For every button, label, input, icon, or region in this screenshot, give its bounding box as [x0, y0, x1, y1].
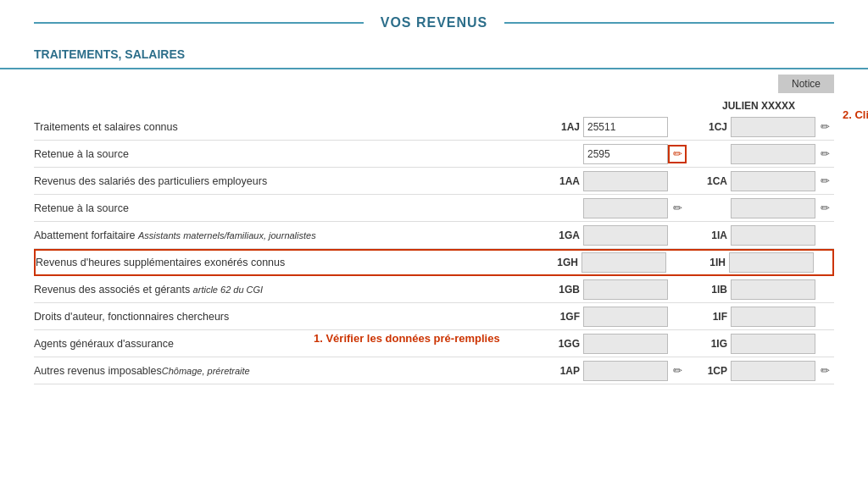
- edit-pencil2-icon: [814, 253, 832, 272]
- row-code1: 1GA: [553, 229, 583, 241]
- row-code1: 1AA: [553, 175, 583, 187]
- row-code2: 1IF: [700, 311, 731, 323]
- row-code2: 1IH: [698, 257, 729, 268]
- edit-pencil2-icon[interactable]: ✏: [815, 145, 834, 163]
- row-code1: 1GG: [553, 338, 583, 350]
- row-input1[interactable]: [583, 279, 668, 300]
- table-row: Revenus d'heures supplémentaires exonéré…: [34, 249, 834, 276]
- table-area: JULIEN XXXXX 2. Cliquer sur le crayon Tr…: [0, 97, 868, 384]
- row-label: Retenue à la source: [34, 199, 553, 218]
- notice-row: Notice: [0, 69, 868, 97]
- row-label: Revenus des associés et gérants article …: [34, 280, 553, 299]
- row-input1[interactable]: [583, 334, 668, 354]
- edit-pencil1-icon: [668, 172, 687, 191]
- row-label: Autres revenus imposablesChômage, préret…: [34, 362, 553, 380]
- row-label: Traitements et salaires connus: [34, 118, 553, 136]
- row-input2[interactable]: [731, 171, 815, 191]
- row-input1[interactable]: [583, 361, 668, 381]
- row-input1[interactable]: [583, 198, 668, 218]
- row-input1[interactable]: [583, 117, 668, 137]
- annotation-1-label: 1. Vérifier les données pré-remplies: [314, 332, 500, 345]
- row-input2[interactable]: [731, 198, 815, 218]
- table-row: Revenus des associés et gérants article …: [34, 276, 834, 303]
- header-line-left: [34, 22, 364, 24]
- row-input2[interactable]: [731, 361, 815, 381]
- row-code1: 1GB: [553, 284, 583, 296]
- person1-header: JULIEN XXXXX: [687, 100, 831, 112]
- notice-button[interactable]: Notice: [778, 75, 834, 93]
- edit-pencil2-icon[interactable]: ✏: [815, 362, 834, 380]
- header-line-right: [504, 22, 834, 24]
- row-label: Abattement forfaitaire Assistants matern…: [34, 226, 553, 245]
- row-input1[interactable]: [583, 225, 668, 246]
- row-label: Retenue à la source: [34, 145, 553, 163]
- row-input2[interactable]: [731, 307, 815, 327]
- row-code2: 1CP: [700, 365, 731, 377]
- table-row: Droits d'auteur, fonctionnaires chercheu…: [34, 303, 834, 330]
- row-input2[interactable]: [731, 334, 815, 354]
- row-code1: 1GH: [551, 257, 581, 268]
- row-input1[interactable]: [583, 171, 668, 191]
- row-input2[interactable]: [731, 225, 815, 246]
- edit-pencil2-icon: [815, 280, 834, 299]
- table-row: Autres revenus imposablesChômage, préret…: [34, 357, 834, 384]
- row-input2[interactable]: [729, 252, 814, 273]
- edit-pencil1-icon: [668, 334, 687, 353]
- row-label: Revenus des salariés des particuliers em…: [34, 172, 553, 191]
- row-code2: 1IG: [700, 338, 731, 350]
- section-title: TRAITEMENTS, SALAIRES: [0, 39, 868, 69]
- edit-pencil1-icon: [668, 307, 687, 326]
- row-input1[interactable]: [581, 252, 666, 273]
- row-label: Revenus d'heures supplémentaires exonéré…: [36, 253, 551, 272]
- annotation-2-label: 2. Cliquer sur le crayon: [843, 108, 868, 121]
- page-header: VOS REVENUS: [0, 0, 868, 39]
- table-row: Retenue à la source✏✏: [34, 195, 834, 222]
- edit-pencil2-icon: [815, 226, 834, 245]
- row-code1: 1AP: [553, 365, 583, 377]
- row-code2: 1CJ: [700, 121, 731, 133]
- row-input1[interactable]: [583, 144, 668, 164]
- table-row: Retenue à la source✏✏: [34, 141, 834, 168]
- row-code1: 1GF: [553, 311, 583, 323]
- row-code1: 1AJ: [553, 121, 583, 133]
- page-title: VOS REVENUS: [381, 15, 488, 30]
- table-row: Abattement forfaitaire Assistants matern…: [34, 222, 834, 249]
- edit-pencil1-icon: [668, 280, 687, 299]
- row-label: Droits d'auteur, fonctionnaires chercheu…: [34, 307, 553, 326]
- edit-pencil2-icon: [815, 307, 834, 326]
- edit-pencil2-icon[interactable]: ✏: [815, 172, 834, 191]
- edit-pencil1-icon: [668, 226, 687, 245]
- edit-pencil2-icon[interactable]: ✏: [815, 199, 834, 218]
- edit-pencil2-icon[interactable]: ✏: [815, 118, 834, 136]
- row-input1[interactable]: [583, 307, 668, 327]
- table-row: Traitements et salaires connus1AJ 1CJ✏: [34, 113, 834, 141]
- edit-pencil1-icon[interactable]: ✏: [668, 145, 687, 163]
- row-input2[interactable]: [731, 279, 815, 300]
- row-code2: 1CA: [700, 175, 731, 187]
- edit-pencil1-icon[interactable]: ✏: [668, 199, 687, 218]
- column-headers: JULIEN XXXXX 2. Cliquer sur le crayon: [34, 97, 834, 113]
- edit-pencil1-icon[interactable]: ✏: [668, 362, 687, 380]
- row-input2[interactable]: [731, 117, 815, 137]
- edit-pencil2-icon: [815, 334, 834, 353]
- row-code2: 1IB: [700, 284, 731, 296]
- edit-pencil1-icon: [666, 253, 685, 272]
- row-code2: 1IA: [700, 229, 731, 241]
- edit-pencil1-icon: [668, 118, 687, 136]
- row-input2[interactable]: [731, 144, 815, 164]
- table-row: Revenus des salariés des particuliers em…: [34, 168, 834, 195]
